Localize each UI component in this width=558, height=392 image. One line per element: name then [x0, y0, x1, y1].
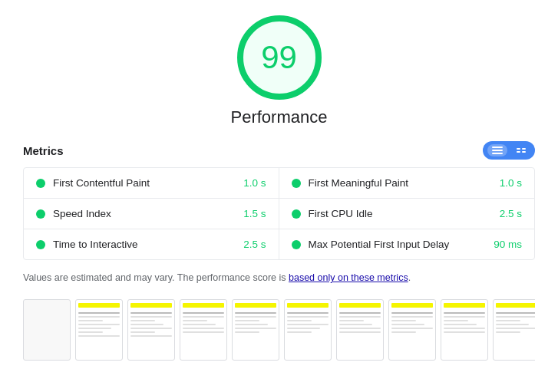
frame-content	[78, 312, 120, 338]
filmstrip-frame	[127, 299, 175, 361]
frame-header-bar	[183, 303, 224, 308]
frame-inner	[233, 300, 279, 360]
note-text-after: .	[408, 272, 411, 283]
score-circle: 99	[237, 15, 322, 100]
frame-line	[287, 320, 312, 321]
frame-line	[130, 320, 155, 321]
frame-content	[235, 312, 276, 334]
frame-header-bar	[391, 303, 433, 308]
frame-line	[391, 312, 433, 314]
metric-name: First CPU Idle	[309, 208, 494, 219]
metric-name: Max Potential First Input Delay	[309, 239, 488, 250]
frame-inner	[494, 300, 535, 360]
frame-header-bar	[496, 303, 535, 308]
metric-value: 90 ms	[494, 239, 522, 250]
score-section: 99 Performance	[23, 15, 535, 127]
frame-line	[78, 312, 120, 314]
filmstrip-frame	[232, 299, 279, 361]
frame-line	[235, 328, 276, 329]
score-label: Performance	[231, 107, 328, 127]
frame-line	[287, 324, 329, 325]
frame-header-bar	[444, 303, 485, 308]
frame-line	[391, 324, 424, 325]
frame-header-bar	[235, 303, 276, 308]
filmstrip-frame	[180, 299, 227, 361]
view-toggle	[483, 141, 535, 160]
metric-value: 2.5 s	[243, 239, 266, 250]
frame-line	[78, 316, 120, 318]
score-value: 99	[261, 39, 297, 76]
frame-line	[183, 324, 216, 325]
frame-line	[235, 331, 259, 333]
frame-line	[130, 312, 172, 314]
frame-line	[391, 328, 433, 329]
list-view-button[interactable]	[487, 144, 507, 156]
frame-header-bar	[78, 303, 120, 308]
filmstrip-frame	[284, 299, 332, 361]
frame-line	[183, 316, 224, 318]
metrics-link[interactable]: based only on these metrics	[289, 272, 408, 283]
frame-line	[130, 331, 155, 333]
metric-max-potential-fid: Max Potential First Input Delay 90 ms	[279, 229, 535, 259]
metric-dot	[292, 179, 301, 188]
frame-line	[496, 320, 520, 321]
grid-icon	[517, 148, 526, 153]
metric-time-to-interactive: Time to Interactive 2.5 s	[24, 229, 279, 259]
frame-header-bar	[130, 303, 172, 308]
metric-first-contentful-paint: First Contentful Paint 1.0 s	[24, 168, 279, 199]
metric-dot	[292, 240, 301, 249]
metrics-grid: First Contentful Paint 1.0 s First Meani…	[23, 167, 535, 260]
frame-inner	[441, 300, 487, 360]
frame-content	[130, 312, 172, 338]
frame-line	[339, 316, 381, 318]
frame-line	[130, 324, 163, 325]
metric-name: Time to Interactive	[53, 239, 237, 250]
frame-line	[339, 331, 381, 333]
frame-inner	[180, 300, 226, 360]
frame-header-bar	[339, 303, 381, 308]
frame-inner	[389, 300, 435, 360]
grid-view-button[interactable]	[512, 144, 530, 156]
frame-line	[339, 312, 381, 314]
frame-line	[496, 316, 535, 318]
filmstrip-frame	[388, 299, 436, 361]
metric-first-cpu-idle: First CPU Idle 2.5 s	[279, 199, 535, 229]
frame-line	[183, 320, 207, 321]
frame-inner	[285, 300, 331, 360]
frame-inner	[128, 300, 174, 360]
frame-line	[496, 324, 529, 325]
frame-line	[391, 316, 433, 318]
frame-line	[78, 331, 103, 333]
frame-content	[444, 312, 485, 334]
metric-value: 2.5 s	[500, 208, 522, 219]
frame-content	[339, 312, 381, 334]
frame-line	[235, 316, 276, 318]
list-icon	[492, 147, 503, 154]
metric-value: 1.0 s	[243, 177, 266, 189]
frame-line	[287, 328, 320, 329]
frame-inner	[337, 300, 383, 360]
frame-line	[339, 324, 372, 325]
filmstrip-frame	[441, 299, 488, 361]
metric-name: First Meaningful Paint	[309, 177, 494, 189]
frame-line	[496, 312, 535, 314]
frame-line	[496, 331, 520, 333]
note-section: Values are estimated and may vary. The p…	[23, 271, 535, 285]
metric-speed-index: Speed Index 1.5 s	[24, 199, 279, 229]
metric-name: Speed Index	[53, 208, 237, 219]
frame-line	[78, 320, 103, 321]
frame-line	[444, 312, 485, 314]
metric-first-meaningful-paint: First Meaningful Paint 1.0 s	[279, 168, 535, 199]
frame-line	[183, 331, 224, 333]
frame-line	[444, 324, 477, 325]
frame-line	[496, 328, 535, 329]
filmstrip-frame	[493, 299, 535, 361]
metric-dot	[36, 209, 45, 219]
frame-line	[130, 328, 172, 329]
frame-inner	[24, 300, 70, 360]
frame-content	[287, 312, 329, 334]
frame-line	[78, 335, 120, 337]
frame-line	[444, 316, 485, 318]
frame-inner	[76, 300, 122, 360]
frame-line	[235, 312, 276, 314]
